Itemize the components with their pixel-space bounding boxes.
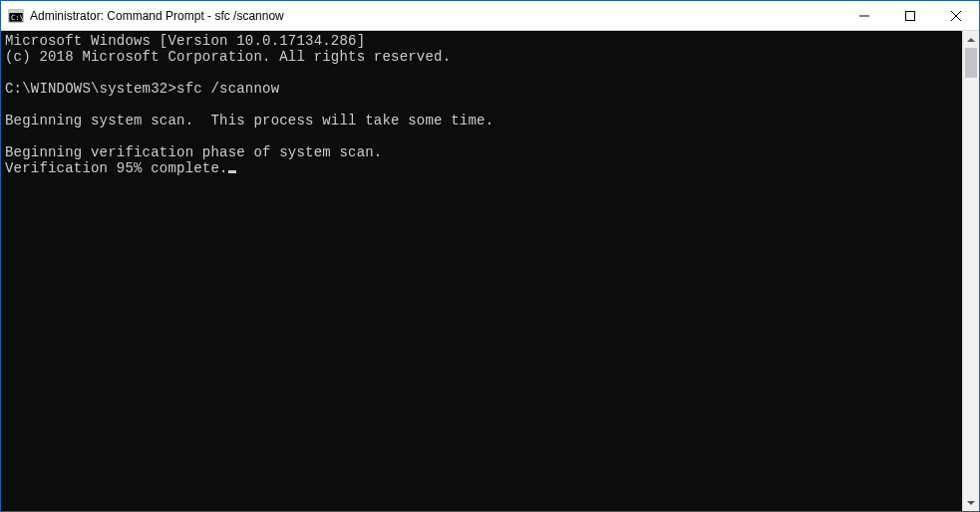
close-button[interactable] [933,1,979,30]
svg-marker-8 [967,501,975,505]
verify-progress-line: Verification 95% complete. [5,160,228,176]
scan-begin-line: Beginning system scan. This process will… [5,113,493,128]
window-title: Administrator: Command Prompt - sfc /sca… [30,9,841,23]
scroll-down-arrow-icon[interactable] [963,494,979,511]
terminal-output[interactable]: Microsoft Windows [Version 10.0.17134.28… [1,31,962,511]
client-area: Microsoft Windows [Version 10.0.17134.28… [1,31,979,511]
svg-rect-4 [906,11,915,20]
scroll-track[interactable] [963,48,979,494]
svg-marker-7 [967,38,975,42]
vertical-scrollbar[interactable] [962,31,979,511]
scroll-thumb[interactable] [965,48,977,78]
svg-text:C:\: C:\ [11,14,24,22]
text-cursor [228,170,236,173]
cmd-icon: C:\ [8,8,24,24]
titlebar[interactable]: C:\ Administrator: Command Prompt - sfc … [1,1,979,31]
maximize-button[interactable] [887,1,933,30]
svg-rect-1 [9,10,23,13]
verify-begin-line: Beginning verification phase of system s… [5,144,382,160]
scroll-up-arrow-icon[interactable] [963,31,979,48]
version-line: Microsoft Windows [Version 10.0.17134.28… [5,33,365,49]
prompt-line: C:\WINDOWS\system32>sfc /scannow [5,81,279,97]
window-controls [841,1,979,30]
minimize-button[interactable] [841,1,887,30]
copyright-line: (c) 2018 Microsoft Corporation. All righ… [5,49,451,65]
command-prompt-window: C:\ Administrator: Command Prompt - sfc … [0,0,980,512]
